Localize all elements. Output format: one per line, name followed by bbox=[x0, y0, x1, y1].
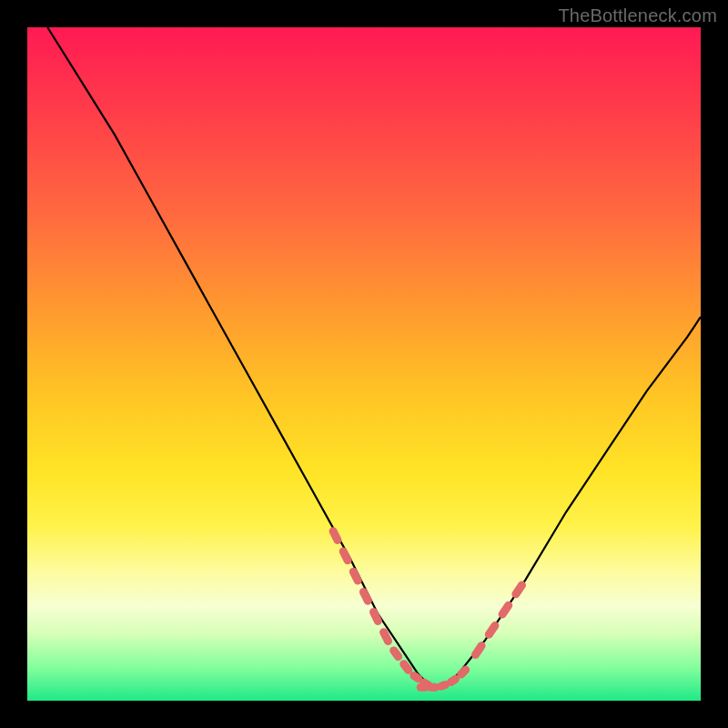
highlight-dash bbox=[384, 632, 389, 642]
highlight-dash bbox=[404, 664, 409, 671]
highlight-dash bbox=[353, 571, 358, 581]
highlight-dash bbox=[441, 685, 446, 687]
highlight-dash bbox=[333, 531, 338, 541]
highlight-dash bbox=[363, 592, 368, 601]
highlight-dash bbox=[343, 551, 348, 561]
highlight-dash bbox=[516, 585, 522, 594]
highlight-dash bbox=[489, 625, 495, 634]
highlight-dash bbox=[414, 676, 419, 679]
highlight-dash bbox=[461, 670, 466, 674]
plot-area bbox=[27, 27, 701, 701]
highlight-dash bbox=[394, 651, 399, 657]
watermark-text: TheBottleneck.com bbox=[558, 5, 717, 26]
bottleneck-curve bbox=[47, 27, 701, 687]
chart-frame: TheBottleneck.com bbox=[0, 0, 728, 728]
highlight-dash bbox=[502, 605, 509, 614]
highlight-dash bbox=[476, 646, 482, 655]
highlight-dashes bbox=[333, 531, 521, 687]
chart-svg bbox=[27, 27, 701, 701]
highlight-dash bbox=[374, 612, 379, 622]
highlight-dash bbox=[451, 679, 456, 682]
